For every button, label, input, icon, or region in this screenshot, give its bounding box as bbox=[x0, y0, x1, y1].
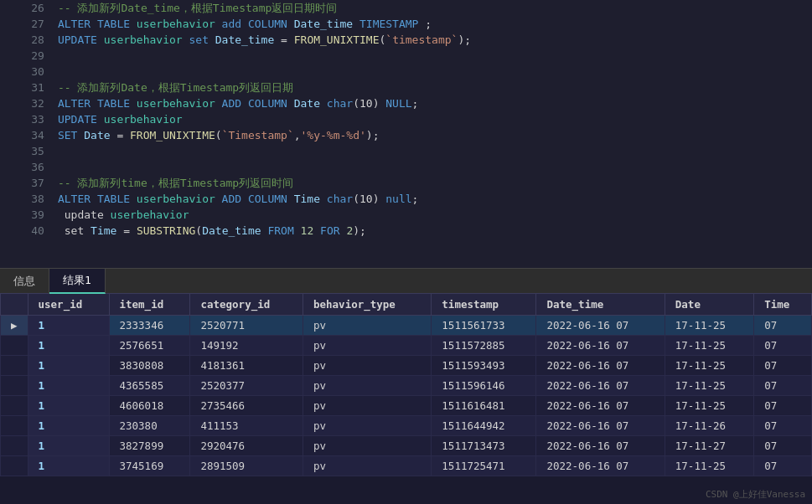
code-line: 40 set Time = SUBSTRING(Date_time FROM 1… bbox=[0, 223, 812, 239]
code-line: 36 bbox=[0, 159, 812, 175]
column-header: Time bbox=[754, 294, 812, 316]
tabs-bar[interactable]: 信息 结果1 bbox=[0, 268, 812, 293]
line-number: 37 bbox=[0, 175, 54, 191]
table-cell: 07 bbox=[754, 416, 812, 436]
row-marker bbox=[1, 456, 28, 476]
table-cell: 1511596146 bbox=[432, 376, 536, 396]
table-cell: 1 bbox=[28, 356, 109, 376]
line-number: 29 bbox=[0, 48, 54, 64]
line-number: 33 bbox=[0, 111, 54, 127]
results-table: user_iditem_idcategory_idbehavior_typeti… bbox=[0, 293, 812, 476]
table-cell: 17-11-25 bbox=[665, 376, 753, 396]
table-row: 143655852520377pv15115961462022-06-16 07… bbox=[1, 376, 812, 396]
line-content: SET Date = FROM_UNIXTIME(`Timestamp`,'%y… bbox=[54, 127, 812, 143]
line-number: 27 bbox=[0, 16, 54, 32]
table-cell: 07 bbox=[754, 316, 812, 336]
table-cell: pv bbox=[303, 436, 432, 456]
table-cell: 3830808 bbox=[109, 356, 190, 376]
table-cell: 1511644942 bbox=[432, 416, 536, 436]
line-content: -- 添加新列Date_time，根据Timestamp返回日期时间 bbox=[54, 0, 812, 16]
table-cell: 1511725471 bbox=[432, 456, 536, 476]
tab-info[interactable]: 信息 bbox=[0, 269, 49, 294]
code-line: 30 bbox=[0, 64, 812, 80]
line-number: 32 bbox=[0, 95, 54, 111]
line-number: 31 bbox=[0, 80, 54, 95]
code-line: 27ALTER TABLE userbehavior add COLUMN Da… bbox=[0, 16, 812, 32]
table-cell: 3827899 bbox=[109, 436, 190, 456]
line-content bbox=[54, 48, 812, 64]
table-cell: 2576651 bbox=[109, 336, 190, 356]
table-cell: 07 bbox=[754, 456, 812, 476]
table-cell: 4181361 bbox=[190, 356, 303, 376]
table-cell: 1 bbox=[28, 436, 109, 456]
code-line: 31-- 添加新列Date，根据Timestamp列返回日期 bbox=[0, 80, 812, 95]
column-header: timestamp bbox=[432, 294, 536, 316]
table-row: 12576651149192pv15115728852022-06-16 071… bbox=[1, 336, 812, 356]
code-line: 33UPDATE userbehavior bbox=[0, 111, 812, 127]
table-cell: 1 bbox=[28, 396, 109, 416]
line-number: 34 bbox=[0, 127, 54, 143]
table-cell: 4606018 bbox=[109, 396, 190, 416]
table-cell: 2520377 bbox=[190, 376, 303, 396]
line-content: ALTER TABLE userbehavior ADD COLUMN Time… bbox=[54, 191, 812, 207]
column-header: item_id bbox=[109, 294, 190, 316]
table-cell: pv bbox=[303, 316, 432, 336]
table-row: 137451692891509pv15117254712022-06-16 07… bbox=[1, 456, 812, 476]
column-header: behavior_type bbox=[303, 294, 432, 316]
code-lines: 26-- 添加新列Date_time，根据Timestamp返回日期时间27AL… bbox=[0, 0, 812, 239]
table-row: ▶123333462520771pv15115617332022-06-16 0… bbox=[1, 316, 812, 336]
line-content: ALTER TABLE userbehavior ADD COLUMN Date… bbox=[54, 95, 812, 111]
row-marker bbox=[1, 436, 28, 456]
table-cell: 07 bbox=[754, 436, 812, 456]
table-cell: 17-11-25 bbox=[665, 336, 753, 356]
line-content: set Time = SUBSTRING(Date_time FROM 12 F… bbox=[54, 223, 812, 239]
code-line: 37-- 添加新列time，根据Timestamp列返回时间 bbox=[0, 175, 812, 191]
row-marker bbox=[1, 336, 28, 356]
column-header: user_id bbox=[28, 294, 109, 316]
code-line: 26-- 添加新列Date_time，根据Timestamp返回日期时间 bbox=[0, 0, 812, 16]
line-content: ALTER TABLE userbehavior add COLUMN Date… bbox=[54, 16, 812, 32]
line-number: 38 bbox=[0, 191, 54, 207]
line-content bbox=[54, 159, 812, 175]
table-cell: 3745169 bbox=[109, 456, 190, 476]
row-marker: ▶ bbox=[1, 316, 28, 336]
table-cell: 149192 bbox=[190, 336, 303, 356]
table-cell: pv bbox=[303, 396, 432, 416]
line-content bbox=[54, 143, 812, 159]
results-header: user_iditem_idcategory_idbehavior_typeti… bbox=[1, 294, 812, 316]
code-line: 28UPDATE userbehavior set Date_time = FR… bbox=[0, 32, 812, 48]
table-row: 138308084181361pv15115934932022-06-16 07… bbox=[1, 356, 812, 376]
table-cell: 07 bbox=[754, 396, 812, 416]
column-header: category_id bbox=[190, 294, 303, 316]
table-cell: 2022-06-16 07 bbox=[536, 336, 665, 356]
table-cell: pv bbox=[303, 356, 432, 376]
table-cell: 1511616481 bbox=[432, 396, 536, 416]
table-cell: 1511593493 bbox=[432, 356, 536, 376]
line-content bbox=[54, 64, 812, 80]
line-number: 39 bbox=[0, 207, 54, 223]
table-cell: 2022-06-16 07 bbox=[536, 376, 665, 396]
code-line: 35 bbox=[0, 143, 812, 159]
table-cell: 1511561733 bbox=[432, 316, 536, 336]
table-cell: 230380 bbox=[109, 416, 190, 436]
table-row: 1230380411153pv15116449422022-06-16 0717… bbox=[1, 416, 812, 436]
row-marker bbox=[1, 356, 28, 376]
table-row: 146060182735466pv15116164812022-06-16 07… bbox=[1, 396, 812, 416]
line-number: 40 bbox=[0, 223, 54, 239]
table-header-row: user_iditem_idcategory_idbehavior_typeti… bbox=[1, 294, 812, 316]
table-cell: 07 bbox=[754, 336, 812, 356]
table-cell: pv bbox=[303, 416, 432, 436]
results-body: ▶123333462520771pv15115617332022-06-16 0… bbox=[1, 316, 812, 476]
tab-result1[interactable]: 结果1 bbox=[49, 269, 106, 294]
line-number: 35 bbox=[0, 143, 54, 159]
table-cell: 1 bbox=[28, 376, 109, 396]
line-content: UPDATE userbehavior set Date_time = FROM… bbox=[54, 32, 812, 48]
table-cell: 2022-06-16 07 bbox=[536, 436, 665, 456]
table-cell: 2920476 bbox=[190, 436, 303, 456]
column-header: Date_time bbox=[536, 294, 665, 316]
table-cell: 17-11-25 bbox=[665, 456, 753, 476]
line-number: 30 bbox=[0, 64, 54, 80]
code-line: 29 bbox=[0, 48, 812, 64]
table-cell: 1511713473 bbox=[432, 436, 536, 456]
table-cell: 1 bbox=[28, 336, 109, 356]
